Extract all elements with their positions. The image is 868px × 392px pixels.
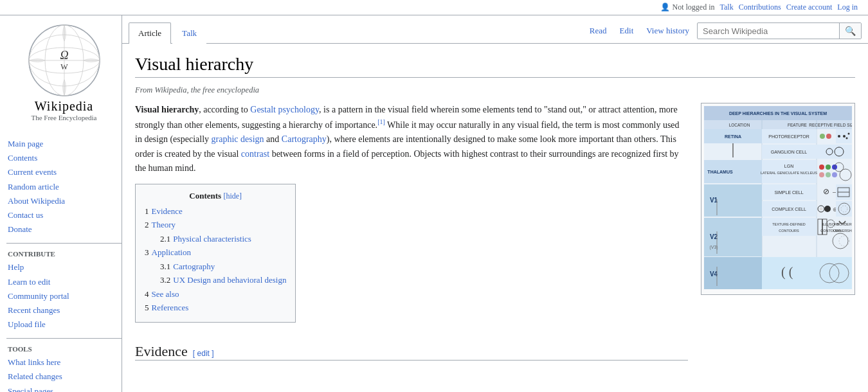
user-icon: 👤 bbox=[660, 3, 670, 12]
svg-point-23 bbox=[820, 134, 825, 139]
evidence-edit-link[interactable]: [ edit ] bbox=[193, 349, 214, 358]
toc-hide-button[interactable]: [hide] bbox=[223, 192, 242, 200]
sidebar-item-contents[interactable]: Contents bbox=[6, 151, 122, 165]
tabs-bar: Article Talk Read Edit View history 🔍 bbox=[122, 15, 868, 44]
bold-term: Visual hierarchy bbox=[135, 105, 199, 114]
deep-hierarchies-chart: DEEP HIERARCHIES IN THE VISUAL SYSTEM LO… bbox=[704, 106, 852, 289]
svg-text:LOCATION: LOCATION bbox=[729, 123, 750, 127]
sidebar-item-help[interactable]: Help bbox=[6, 260, 122, 274]
toc-link-ux-design[interactable]: UX Design and behavioral design bbox=[173, 275, 286, 285]
toc-item-4: 4See also bbox=[145, 288, 286, 301]
svg-text:RECEPTIVE FIELD SIZE: RECEPTIVE FIELD SIZE bbox=[809, 123, 852, 127]
svg-point-27 bbox=[843, 135, 845, 138]
toc-item-1: 1Evidence bbox=[145, 205, 286, 218]
sidebar-item-related-changes[interactable]: Related changes bbox=[6, 370, 122, 384]
sidebar-item-contact[interactable]: Contact us bbox=[6, 208, 122, 222]
talk-link[interactable]: Talk bbox=[720, 3, 734, 12]
sidebar-item-main-page[interactable]: Main page bbox=[6, 137, 122, 151]
tab-talk[interactable]: Talk bbox=[172, 22, 206, 44]
intro-paragraph: Visual hierarchy, according to Gestalt p… bbox=[135, 103, 688, 176]
svg-text:⊘: ⊘ bbox=[823, 187, 829, 196]
evidence-heading: Evidence [ edit ] bbox=[135, 343, 688, 361]
action-read[interactable]: Read bbox=[584, 23, 612, 39]
svg-text:LGN: LGN bbox=[784, 164, 793, 168]
search-button[interactable]: 🔍 bbox=[839, 23, 861, 39]
toc-link-see-also[interactable]: See also bbox=[152, 289, 179, 299]
toc-link-theory[interactable]: Theory bbox=[152, 220, 176, 229]
svg-text:TEXTURE-DEFINED: TEXTURE-DEFINED bbox=[772, 222, 806, 226]
search-input[interactable] bbox=[698, 24, 839, 39]
article-body: Visual hierarchy, according to Gestalt p… bbox=[135, 103, 855, 366]
svg-rect-76 bbox=[762, 218, 817, 236]
svg-text:LATERAL GENICULATE NUCLEUS: LATERAL GENICULATE NUCLEUS bbox=[761, 171, 817, 175]
toc-list: 1Evidence 2Theory 2.1Physical characteri… bbox=[145, 205, 286, 314]
sidebar-item-community-portal[interactable]: Community portal bbox=[6, 289, 122, 303]
cartography-link[interactable]: Cartography bbox=[282, 134, 327, 144]
toc-item-3-2: 3.2UX Design and behavioral design bbox=[145, 274, 286, 287]
contribute-title: Contribute bbox=[6, 250, 122, 258]
svg-text:CONTOURS: CONTOURS bbox=[779, 229, 799, 233]
svg-text:THALAMUS: THALAMUS bbox=[707, 170, 733, 174]
toc-link-physical[interactable]: Physical characteristics bbox=[173, 234, 251, 244]
sidebar-contribute: Contribute Help Learn to edit Community … bbox=[6, 250, 122, 332]
wikipedia-globe-icon: Ω W bbox=[26, 22, 103, 99]
tabs-right: Read Edit View history 🔍 bbox=[584, 22, 862, 43]
sidebar-item-special-pages[interactable]: Special pages bbox=[6, 384, 122, 392]
toc-item-5: 5References bbox=[145, 301, 286, 314]
image-box: DEEP HIERARCHIES IN THE VISUAL SYSTEM LO… bbox=[701, 103, 855, 295]
contrast-link[interactable]: contrast bbox=[241, 149, 269, 159]
svg-rect-95 bbox=[817, 257, 852, 289]
svg-text:GANGLION CELL: GANGLION CELL bbox=[771, 150, 808, 154]
create-account-link[interactable]: Create account bbox=[786, 3, 833, 12]
sidebar-item-learn-to-edit[interactable]: Learn to edit bbox=[6, 275, 122, 289]
svg-text:DEEP HIERARCHIES IN THE VISUAL: DEEP HIERARCHIES IN THE VISUAL SYSTEM bbox=[729, 111, 827, 116]
not-logged-in-text: Not logged in bbox=[673, 3, 715, 12]
action-edit[interactable]: Edit bbox=[615, 23, 639, 39]
svg-point-50 bbox=[832, 172, 837, 177]
article-image-container: DEEP HIERARCHIES IN THE VISUAL SYSTEM LO… bbox=[701, 103, 855, 366]
sidebar-item-current-events[interactable]: Current events bbox=[6, 165, 122, 179]
svg-text:OWNERSHIP: OWNERSHIP bbox=[833, 229, 852, 233]
page-title: Visual hierarchy bbox=[135, 54, 855, 78]
top-bar: 👤 Not logged in Talk Contributions Creat… bbox=[0, 0, 868, 15]
wikipedia-subtitle: The Free Encyclopedia bbox=[31, 114, 96, 121]
svg-point-24 bbox=[826, 134, 831, 139]
sidebar-item-donate[interactable]: Donate bbox=[6, 222, 122, 236]
contributions-link[interactable]: Contributions bbox=[739, 3, 781, 12]
svg-point-66 bbox=[820, 208, 823, 211]
graphic-design-link[interactable]: graphic design bbox=[212, 134, 264, 144]
toc-item-2-1: 2.1Physical characteristics bbox=[145, 233, 286, 245]
toc-link-references[interactable]: References bbox=[152, 303, 189, 312]
action-view-history[interactable]: View history bbox=[641, 23, 694, 39]
toc-item-3-1: 3.1Cartography bbox=[145, 260, 286, 273]
log-in-link[interactable]: Log in bbox=[837, 3, 858, 12]
svg-text:PHOTORECEPTOR: PHOTORECEPTOR bbox=[768, 134, 809, 139]
toc-title: Contents [hide] bbox=[145, 191, 286, 201]
toc-link-application[interactable]: Application bbox=[152, 247, 191, 257]
sidebar-logo: Ω W Wikipedia The Free Encyclopedia bbox=[6, 22, 122, 127]
sidebar-divider-2 bbox=[6, 338, 122, 339]
main-layout: Ω W Wikipedia The Free Encyclopedia Main… bbox=[0, 15, 868, 392]
user-status: 👤 Not logged in bbox=[660, 3, 715, 12]
tab-article[interactable]: Article bbox=[129, 22, 171, 44]
gestalt-link[interactable]: Gestalt psychology bbox=[250, 105, 319, 114]
svg-point-45 bbox=[819, 165, 824, 170]
svg-text:RETINA: RETINA bbox=[725, 134, 741, 139]
sidebar-item-recent-changes[interactable]: Recent changes bbox=[6, 303, 122, 317]
ref-1[interactable]: [1] bbox=[377, 118, 385, 125]
sidebar-tools: Tools What links here Related changes Sp… bbox=[6, 345, 122, 392]
sidebar-item-upload-file[interactable]: Upload file bbox=[6, 317, 122, 332]
toc-link-evidence[interactable]: Evidence bbox=[152, 206, 183, 216]
sidebar-nav: Main page Contents Current events Random… bbox=[6, 137, 122, 236]
sidebar-item-about[interactable]: About Wikipedia bbox=[6, 194, 122, 208]
svg-point-67 bbox=[824, 206, 831, 212]
svg-point-46 bbox=[826, 165, 831, 170]
sidebar-item-random-article[interactable]: Random article bbox=[6, 180, 122, 194]
svg-point-26 bbox=[838, 135, 840, 138]
svg-text:COMPLEX CELL: COMPLEX CELL bbox=[772, 207, 806, 211]
svg-point-28 bbox=[848, 133, 850, 135]
toc-link-cartography[interactable]: Cartography bbox=[173, 262, 215, 271]
page-content: Visual hierarchy From Wikipedia, the fre… bbox=[122, 44, 868, 392]
content-area: Article Talk Read Edit View history 🔍 Vi… bbox=[122, 15, 868, 392]
sidebar-item-what-links-here[interactable]: What links here bbox=[6, 355, 122, 370]
